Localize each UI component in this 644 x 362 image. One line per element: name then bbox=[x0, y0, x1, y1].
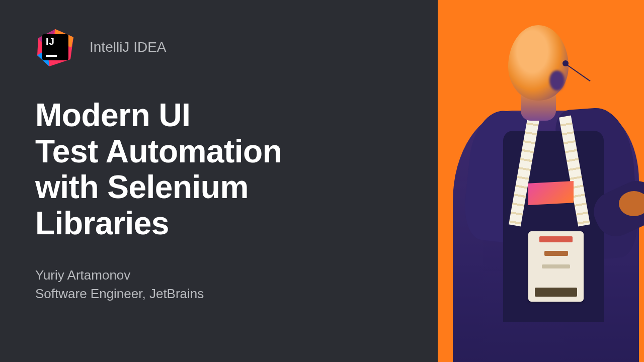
speaker-photo-panel bbox=[438, 0, 644, 362]
slide-text-panel: IJ IntelliJ IDEA Modern UI Test Automati… bbox=[0, 0, 438, 362]
product-name: IntelliJ IDEA bbox=[90, 39, 167, 55]
title-line: with Selenium bbox=[35, 169, 249, 205]
head-icon bbox=[508, 25, 569, 101]
speaker-role: Software Engineer, JetBrains bbox=[35, 285, 403, 304]
slide-title: Modern UI Test Automation with Selenium … bbox=[35, 98, 403, 242]
headset-mic-icon bbox=[562, 60, 569, 66]
speaker-name: Yuriy Artamonov bbox=[35, 266, 403, 285]
title-line: Modern UI bbox=[35, 97, 190, 133]
logo-monogram: IJ bbox=[46, 37, 65, 46]
title-line: Test Automation bbox=[35, 133, 282, 169]
intellij-logo-icon: IJ bbox=[35, 27, 75, 67]
speaker-attribution: Yuriy Artamonov Software Engineer, JetBr… bbox=[35, 266, 403, 304]
conference-badge-icon bbox=[528, 231, 584, 302]
title-line: Libraries bbox=[35, 205, 169, 241]
speaker-portrait bbox=[438, 15, 644, 362]
header-row: IJ IntelliJ IDEA bbox=[35, 27, 403, 67]
jetbrains-patch-icon bbox=[528, 181, 574, 205]
